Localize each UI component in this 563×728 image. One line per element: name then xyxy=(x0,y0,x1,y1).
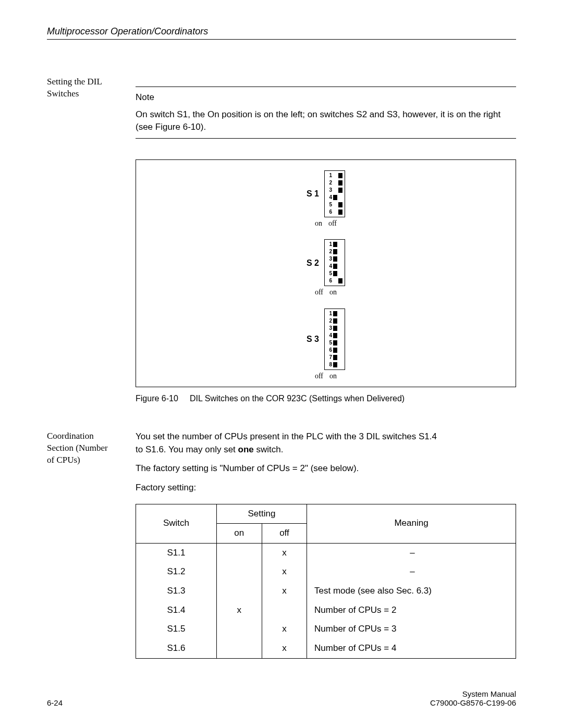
header-rule xyxy=(47,39,516,40)
side-heading-line: Section (Number xyxy=(47,442,136,454)
cell-on: x xyxy=(216,601,262,620)
cell-off: x xyxy=(262,562,307,582)
switch-s2-label: S 2 xyxy=(307,257,319,269)
section-setting-dil: Setting the DIL Switches Note On switch … xyxy=(47,76,516,404)
cell-switch: S1.2 xyxy=(136,562,217,582)
cell-on xyxy=(216,620,262,639)
switch-s3-label: S 3 xyxy=(307,333,319,345)
settings-table: Switch Setting Meaning on off S1.1 x – S… xyxy=(136,504,516,659)
figure-title: DIL Switches on the COR 923C (Settings w… xyxy=(190,394,405,403)
dip-off-label: off xyxy=(315,287,323,298)
dip-s2-icon: 1 2 3 4 5 6 xyxy=(324,239,345,286)
text: You set the number of CPUs present in th… xyxy=(136,431,437,441)
footer-doc-id: System Manual C79000-G8576-C199-06 xyxy=(430,689,516,707)
note-label: Note xyxy=(136,91,516,104)
switch-s2-group: S 2 1 2 3 4 5 6 off on xyxy=(307,239,345,298)
section-coordination: Coordination Section (Number of CPUs) Yo… xyxy=(47,430,516,659)
cell-meaning: Number of CPUs = 3 xyxy=(307,620,516,639)
cell-meaning: Number of CPUs = 4 xyxy=(307,639,516,658)
cell-off xyxy=(262,601,307,620)
footer-title: System Manual xyxy=(430,689,516,698)
main-column-2: You set the number of CPUs present in th… xyxy=(136,430,516,659)
cell-meaning: Test mode (see also Sec. 6.3) xyxy=(307,582,516,601)
cell-meaning: – xyxy=(307,562,516,582)
note-top-rule xyxy=(136,87,516,87)
dip-off-label: off xyxy=(328,218,337,229)
cell-switch: S1.6 xyxy=(136,639,217,658)
paragraph: You set the number of CPUs present in th… xyxy=(136,430,516,456)
cell-switch: S1.1 xyxy=(136,543,217,562)
dip-off-label: off xyxy=(315,371,323,381)
col-setting: Setting xyxy=(216,504,307,524)
cell-off: x xyxy=(262,582,307,601)
note-body: On switch S1, the On position is on the … xyxy=(136,108,516,134)
table-row: S1.5 x Number of CPUs = 3 xyxy=(136,620,516,639)
footer-code: C79000-G8576-C199-06 xyxy=(430,698,516,707)
cell-switch: S1.5 xyxy=(136,620,217,639)
col-on: on xyxy=(216,524,262,544)
dip-s2-labels: off on xyxy=(307,287,345,298)
cell-meaning: – xyxy=(307,543,516,562)
side-heading-line: of CPUs) xyxy=(47,454,136,466)
figure-number: Figure 6-10 xyxy=(136,394,178,403)
dip-on-label: on xyxy=(315,218,322,229)
dip-s3-labels: off on xyxy=(307,371,345,381)
side-heading-line: Setting the DIL xyxy=(47,76,136,88)
cell-on xyxy=(216,562,262,582)
text: switch. xyxy=(254,445,284,454)
col-meaning: Meaning xyxy=(307,504,516,543)
running-head: Multiprocessor Operation/Coordinators xyxy=(47,26,516,39)
dip-on-label: on xyxy=(329,371,337,381)
figure-caption: Figure 6-10 DIL Switches on the COR 923C… xyxy=(136,392,516,404)
cell-off: x xyxy=(262,620,307,639)
page-number: 6-24 xyxy=(47,698,63,707)
table-header-row: Switch Setting Meaning xyxy=(136,504,516,524)
cell-on xyxy=(216,639,262,658)
table-row: S1.4 x Number of CPUs = 2 xyxy=(136,601,516,620)
col-switch: Switch xyxy=(136,504,217,543)
page-footer: 6-24 System Manual C79000-G8576-C199-06 xyxy=(47,689,516,707)
cell-meaning: Number of CPUs = 2 xyxy=(307,601,516,620)
figure-box: S 1 1 2 3 4 5 6 on off xyxy=(136,159,516,387)
table-row: S1.1 x – xyxy=(136,543,516,562)
cell-switch: S1.4 xyxy=(136,601,217,620)
cell-switch: S1.3 xyxy=(136,582,217,601)
main-column: Note On switch S1, the On position is on… xyxy=(136,76,516,404)
switch-s3-group: S 3 1 2 3 4 5 6 7 8 off on xyxy=(307,309,345,381)
table-row: S1.2 x – xyxy=(136,562,516,582)
dip-s1-labels: on off xyxy=(307,218,345,229)
side-heading-line: Coordination xyxy=(47,430,136,442)
table-row: S1.3 x Test mode (see also Sec. 6.3) xyxy=(136,582,516,601)
col-off: off xyxy=(262,524,307,544)
cell-off: x xyxy=(262,543,307,562)
cell-on xyxy=(216,582,262,601)
paragraph: Factory setting: xyxy=(136,482,516,495)
switch-s1-group: S 1 1 2 3 4 5 6 on off xyxy=(307,170,345,229)
text: to S1.6. You may only set xyxy=(136,445,238,454)
table-row: S1.6 x Number of CPUs = 4 xyxy=(136,639,516,658)
cell-off: x xyxy=(262,639,307,658)
dip-s1-icon: 1 2 3 4 5 6 xyxy=(324,170,345,217)
note-bottom-rule xyxy=(136,138,516,139)
switch-s1-label: S 1 xyxy=(307,188,319,200)
paragraph: The factory setting is "Number of CPUs =… xyxy=(136,462,516,475)
dip-on-label: on xyxy=(329,287,337,298)
side-heading-dil: Setting the DIL Switches xyxy=(47,76,136,404)
dip-s3-icon: 1 2 3 4 5 6 7 8 xyxy=(324,309,345,370)
emphasis-one: one xyxy=(238,445,254,454)
side-heading-line: Switches xyxy=(47,88,136,100)
cell-on xyxy=(216,543,262,562)
side-heading-coordination: Coordination Section (Number of CPUs) xyxy=(47,430,136,659)
